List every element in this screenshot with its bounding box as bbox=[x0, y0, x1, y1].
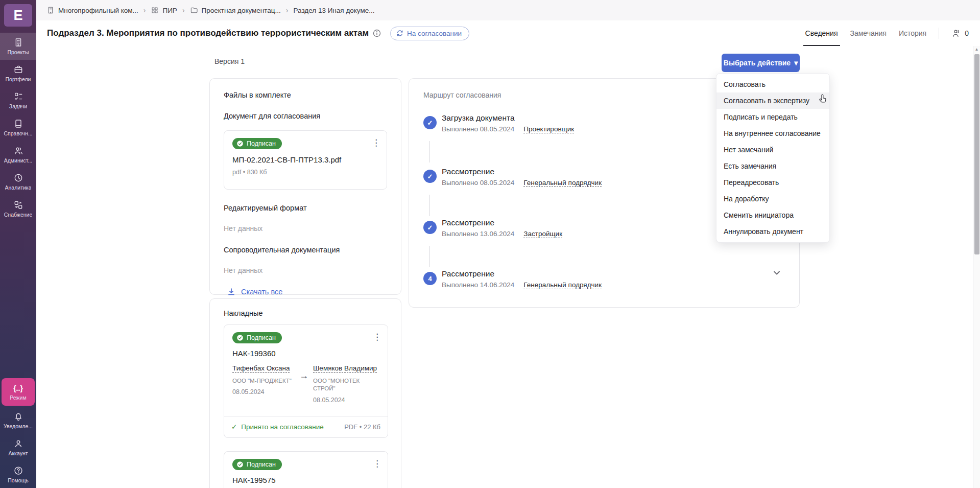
download-all-label: Скачать все bbox=[241, 288, 282, 296]
sidebar-item-projects[interactable]: Проекты bbox=[0, 33, 36, 60]
kebab-menu-icon[interactable]: ⋮ bbox=[373, 459, 381, 469]
sidebar-item-portfolios[interactable]: Портфели bbox=[0, 60, 36, 87]
scrollbar-thumb[interactable] bbox=[974, 54, 979, 254]
accompanying-docs-value: Нет данных bbox=[224, 266, 387, 274]
viewers-counter[interactable]: 0 bbox=[951, 28, 969, 38]
info-icon[interactable] bbox=[373, 29, 381, 37]
breadcrumb-item-design-docs[interactable]: Проектная документац... bbox=[190, 6, 281, 14]
download-all-button[interactable]: Скачать все bbox=[227, 288, 387, 296]
step-done-marker: ✓ bbox=[423, 170, 437, 183]
invoice-number: НАК-199360 bbox=[232, 349, 379, 358]
topbar: Многопрофильный ком... › ПИР › Проектная… bbox=[36, 0, 980, 20]
viewers-count: 0 bbox=[965, 29, 969, 37]
supply-boxes-icon bbox=[13, 200, 23, 210]
invoice-number: НАК-199575 bbox=[232, 476, 379, 484]
invoice-tile[interactable]: Подписан ⋮ НАК-199360 Тифенбах Оксана ОО… bbox=[224, 324, 388, 438]
tab-remarks[interactable]: Замечания bbox=[850, 20, 887, 46]
sidebar-item-directories[interactable]: Справочн... bbox=[0, 114, 36, 141]
sidebar-item-label: Уведомле... bbox=[4, 423, 33, 429]
sidebar-item-label: Админист... bbox=[4, 157, 33, 164]
invoice-result-label: Принято на согласование bbox=[241, 423, 323, 431]
sidebar-item-notifications[interactable]: Уведомле... bbox=[0, 407, 36, 434]
sidebar-item-administration[interactable]: Админист... bbox=[0, 141, 36, 168]
kebab-menu-icon[interactable]: ⋮ bbox=[373, 332, 381, 342]
invoice-result: ✓ Принято на согласование bbox=[231, 423, 324, 431]
sync-icon bbox=[396, 30, 403, 37]
choose-action-button[interactable]: Выбрать действие ▾ bbox=[722, 54, 800, 72]
step-title: Рассмотрение bbox=[442, 167, 602, 176]
files-card-title: Файлы в комплекте bbox=[224, 91, 387, 99]
sidebar-item-label: Портфели bbox=[6, 76, 31, 82]
menu-item-to-rework[interactable]: На доработку bbox=[716, 191, 829, 207]
receiver-date: 08.05.2024 bbox=[313, 397, 379, 404]
route-connector bbox=[429, 246, 430, 267]
vertical-scrollbar[interactable]: ▲ bbox=[973, 46, 980, 488]
sender-date: 08.05.2024 bbox=[232, 388, 295, 396]
sidebar-item-tasks[interactable]: Задачи bbox=[0, 87, 36, 114]
sidebar-item-mode[interactable]: {..} Режим bbox=[2, 378, 35, 406]
step-status: Выполнено 08.05.2024 bbox=[442, 125, 514, 133]
step-meta: Выполнено 08.05.2024 Проектировщик bbox=[442, 125, 574, 133]
sidebar-item-account[interactable]: Аккаунт bbox=[0, 434, 36, 461]
signed-badge: Подписан bbox=[232, 459, 282, 470]
tabs-divider bbox=[939, 28, 939, 39]
menu-item-readdress[interactable]: Переадресовать bbox=[716, 174, 829, 191]
menu-item-approve-to-expertise[interactable]: Согласовать в экспертизу bbox=[716, 92, 829, 109]
document-file-tile[interactable]: Подписан ⋮ МП-02.2021-СВ-П-ПТР13.3.pdf p… bbox=[224, 130, 387, 190]
menu-item-change-initiator[interactable]: Сменить инициатора bbox=[716, 207, 829, 223]
route-connector bbox=[429, 141, 430, 162]
breadcrumb-item-section13[interactable]: Раздел 13 Иная докуме... bbox=[294, 7, 375, 14]
sidebar-item-help[interactable]: Помощь bbox=[0, 461, 36, 488]
transfer-arrow-icon: → bbox=[295, 363, 313, 404]
receiver-name-link[interactable]: Шемяков Владимир bbox=[313, 364, 377, 373]
seal-check-icon bbox=[236, 140, 244, 147]
invoice-receiver: Шемяков Владимир ООО "МОНОТЕК СТРОЙ" 08.… bbox=[313, 363, 379, 404]
editable-format-value: Нет данных bbox=[224, 224, 387, 233]
sidebar-item-supply[interactable]: Снабжение bbox=[0, 195, 36, 222]
sidebar-item-analytics[interactable]: Аналитика bbox=[0, 168, 36, 195]
breadcrumb-separator: › bbox=[286, 6, 289, 14]
step-text: Рассмотрение Выполнено 13.06.2024 Застро… bbox=[442, 218, 562, 238]
step-title: Рассмотрение bbox=[442, 218, 562, 227]
invoice-tile[interactable]: Подписан ⋮ НАК-199575 bbox=[224, 451, 388, 488]
scrollbar-up-arrow[interactable]: ▲ bbox=[973, 47, 980, 52]
breadcrumb-label: Многопрофильный ком... bbox=[58, 7, 138, 14]
menu-item-has-remarks[interactable]: Есть замечания bbox=[716, 158, 829, 174]
step-done-marker: ✓ bbox=[423, 116, 437, 129]
menu-item-approve[interactable]: Согласовать bbox=[716, 76, 829, 92]
step-role-link[interactable]: Застройщик bbox=[523, 230, 562, 238]
app-logo[interactable]: E bbox=[4, 4, 32, 27]
signed-badge-label: Подписан bbox=[247, 140, 276, 147]
action-dropdown-menu: Согласовать Согласовать в экспертизу Под… bbox=[716, 73, 830, 243]
step-role-link[interactable]: Проектировщик bbox=[523, 125, 574, 133]
kebab-menu-icon[interactable]: ⋮ bbox=[372, 138, 380, 148]
step-title: Рассмотрение bbox=[442, 269, 602, 278]
tabs: Сведения Замечания История 0 bbox=[805, 20, 969, 46]
braces-icon: {..} bbox=[13, 384, 23, 393]
seal-check-icon bbox=[236, 334, 244, 341]
route-step: ✓ Рассмотрение Выполнено 08.05.2024 Гене… bbox=[423, 167, 602, 187]
breadcrumb-item-project[interactable]: Многопрофильный ком... bbox=[46, 6, 138, 14]
breadcrumb-item-pir[interactable]: ПИР bbox=[151, 6, 177, 14]
menu-item-internal-approval[interactable]: На внутреннее согласование bbox=[716, 125, 829, 142]
breadcrumb-separator: › bbox=[182, 6, 185, 14]
people-icon bbox=[13, 146, 23, 156]
step-meta: Выполнено 13.06.2024 Застройщик bbox=[442, 230, 562, 238]
menu-item-no-remarks[interactable]: Нет замечаний bbox=[716, 142, 829, 158]
menu-item-annul-document[interactable]: Аннулировать документ bbox=[716, 223, 829, 240]
route-step: ✓ Загрузка документа Выполнено 08.05.202… bbox=[423, 113, 574, 133]
grid-icon bbox=[151, 6, 159, 14]
building-icon bbox=[13, 37, 23, 48]
sender-name-link[interactable]: Тифенбах Оксана bbox=[232, 364, 290, 373]
tasks-icon bbox=[13, 91, 23, 102]
menu-item-sign-and-transfer[interactable]: Подписать и передать bbox=[716, 109, 829, 125]
step-role-link[interactable]: Генеральный подрядчик bbox=[523, 281, 602, 289]
status-badge-label: На согласовании bbox=[407, 30, 462, 37]
app-root: E Проекты Портфели Задачи bbox=[0, 0, 980, 488]
invoice-parties: Тифенбах Оксана ООО "М-ПРОДЖЕКТ" 08.05.2… bbox=[232, 363, 379, 404]
step-role-link[interactable]: Генеральный подрядчик bbox=[523, 179, 602, 187]
tab-history[interactable]: История bbox=[899, 20, 926, 46]
signed-badge-label: Подписан bbox=[247, 461, 276, 468]
tab-details[interactable]: Сведения bbox=[805, 20, 838, 46]
chevron-down-icon[interactable] bbox=[773, 269, 781, 277]
